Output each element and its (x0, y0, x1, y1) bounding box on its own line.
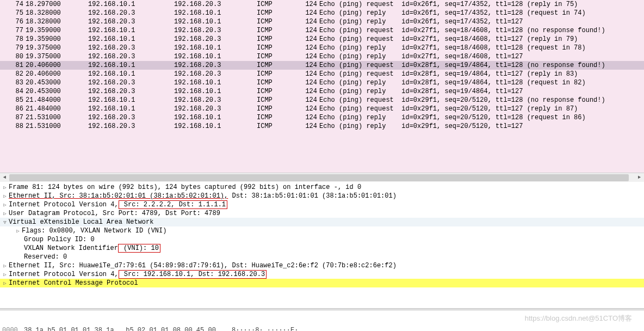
packet-row[interactable]: 7418.297000192.168.10.1192.168.20.3ICMP1… (0, 0, 644, 9)
packet-col-length: 124 (305, 18, 319, 26)
expand-icon[interactable]: ▷ (2, 211, 8, 217)
hex-bytes[interactable]: 38 1a b5 01 01 01 38 1a b5 02 01 01 08 0… (24, 327, 225, 331)
packet-list-pane[interactable]: 7418.297000192.168.10.1192.168.20.3ICMP1… (0, 0, 644, 173)
collapse-icon[interactable]: ▽ (2, 219, 8, 225)
packet-col-length: 124 (305, 1, 319, 8)
tree-label: Internet Control Message Protocol (9, 279, 138, 287)
packet-row[interactable]: 8621.484000192.168.10.1192.168.20.3ICMP1… (0, 105, 644, 113)
packet-col-info: Echo (ping) request id=0x27f1, seq=18/46… (319, 27, 643, 34)
packet-detail-pane[interactable]: ▷Frame 81: 124 bytes on wire (992 bits),… (0, 182, 644, 304)
tree-ip-outer[interactable]: ▷Internet Protocol Version 4, Src: 2.2.2… (0, 200, 644, 209)
scroll-track[interactable] (9, 173, 635, 182)
scroll-right-icon[interactable]: ► (635, 173, 644, 182)
packet-col-length: 124 (305, 88, 319, 95)
packet-col-time: 19.359000 (26, 35, 88, 43)
tree-label: Ethernet II, Src: HuaweiTe_d7:79:61 (54:… (9, 262, 397, 269)
tree-vxlan-vni[interactable]: VXLAN Network Identifier (VNI): 10 (0, 244, 644, 253)
tree-vxlan-gp[interactable]: Group Policy ID: 0 (0, 235, 644, 244)
expand-icon[interactable]: ▷ (2, 263, 8, 269)
packet-col-length: 124 (305, 122, 319, 130)
packet-col-info: Echo (ping) request id=0x28f1, seq=19/48… (319, 70, 643, 78)
packet-col-destination: 192.168.10.1 (174, 18, 257, 26)
packet-col-no: 87 (1, 114, 26, 121)
packet-col-length: 124 (305, 44, 319, 52)
packet-col-source: 192.168.20.3 (88, 9, 174, 17)
expand-icon[interactable]: ▷ (2, 193, 8, 199)
packet-col-protocol: ICMP (257, 27, 305, 34)
tree-label: Dst: 38:1a:b5:01:01:01 (38:1a:b5:01:01:0… (228, 192, 397, 200)
packet-col-protocol: ICMP (257, 44, 305, 52)
tree-ethernet-inner[interactable]: ▷Ethernet II, Src: HuaweiTe_d7:79:61 (54… (0, 261, 644, 270)
packet-col-destination: 192.168.20.3 (174, 1, 257, 8)
tree-vxlan[interactable]: ▽Virtual eXtensible Local Area Network (0, 218, 644, 226)
packet-col-length: 124 (305, 96, 319, 104)
expand-icon[interactable]: ▷ (15, 228, 21, 234)
scroll-left-icon[interactable]: ◄ (0, 173, 9, 182)
packet-col-length: 124 (305, 70, 319, 78)
tree-ip-inner[interactable]: ▷Internet Protocol Version 4, Src: 192.1… (0, 270, 644, 279)
expand-icon[interactable]: ▷ (2, 272, 8, 278)
tree-label: Src: 2.2.2.2, Dst: 1.1.1.1 (120, 201, 226, 209)
packet-col-source: 192.168.10.1 (88, 27, 174, 34)
packet-col-destination: 192.168.20.3 (174, 27, 257, 34)
packet-row[interactable]: 8220.406000192.168.10.1192.168.20.3ICMP1… (0, 70, 644, 78)
packet-col-protocol: ICMP (257, 79, 305, 87)
packet-col-length: 124 (305, 9, 319, 17)
packet-row[interactable]: 7719.359000192.168.10.1192.168.20.3ICMP1… (0, 26, 644, 35)
packet-col-protocol: ICMP (257, 70, 305, 78)
packet-col-time: 20.406000 (26, 70, 88, 78)
packet-col-length: 124 (305, 114, 319, 121)
packet-row[interactable]: 7919.375000192.168.20.3192.168.10.1ICMP1… (0, 44, 644, 52)
packet-col-info: Echo (ping) reply id=0x29f1, seq=20/5120… (319, 114, 643, 121)
tree-vxlan-reserved[interactable]: Reserved: 0 (0, 253, 644, 261)
packet-col-destination: 192.168.10.1 (174, 9, 257, 17)
packet-col-protocol: ICMP (257, 62, 305, 69)
packet-row[interactable]: 7819.359000192.168.10.1192.168.20.3ICMP1… (0, 35, 644, 44)
packet-col-time: 21.484000 (26, 105, 88, 113)
packet-col-destination: 192.168.10.1 (174, 44, 257, 52)
tree-label: Flags: 0x0800, VXLAN Network ID (VNI) (22, 227, 166, 235)
packet-row[interactable]: 8320.453000192.168.20.3192.168.10.1ICMP1… (0, 78, 644, 87)
scroll-thumb[interactable] (9, 174, 629, 181)
packet-col-info: Echo (ping) request id=0x27f1, seq=18/46… (319, 35, 643, 43)
packet-col-protocol: ICMP (257, 35, 305, 43)
tree-icmp[interactable]: ▷Internet Control Message Protocol (0, 279, 644, 287)
highlight-src-dst-outer: Src: 2.2.2.2, Dst: 1.1.1.1 (119, 200, 227, 209)
tree-frame[interactable]: ▷Frame 81: 124 bytes on wire (992 bits),… (0, 183, 644, 192)
packet-col-source: 192.168.10.1 (88, 62, 174, 69)
packet-col-info: Echo (ping) request id=0x26f1, seq=17/43… (319, 1, 643, 8)
packet-col-time: 18.328000 (26, 18, 88, 26)
packet-col-no: 83 (1, 79, 26, 87)
packet-col-source: 192.168.20.3 (88, 122, 174, 130)
tree-label: Ethernet II, Src: 38:1a:b5:02:01:01 (38:… (9, 192, 228, 200)
packet-col-no: 74 (1, 1, 26, 8)
packet-col-protocol: ICMP (257, 122, 305, 130)
packet-col-protocol: ICMP (257, 105, 305, 113)
tree-vxlan-flags[interactable]: ▷Flags: 0x0800, VXLAN Network ID (VNI) (0, 226, 644, 235)
expand-icon[interactable]: ▷ (2, 185, 8, 191)
packet-col-no: 81 (1, 62, 26, 69)
packet-col-no: 88 (1, 122, 26, 130)
packet-row[interactable]: 8521.484000192.168.10.1192.168.20.3ICMP1… (0, 96, 644, 105)
packet-row[interactable]: 8821.531000192.168.20.3192.168.10.1ICMP1… (0, 122, 644, 131)
packet-col-source: 192.168.10.1 (88, 1, 174, 8)
tree-ethernet-outer[interactable]: ▷Ethernet II, Src: 38:1a:b5:02:01:01 (38… (0, 192, 644, 200)
packet-col-length: 124 (305, 53, 319, 60)
packet-row[interactable]: 8120.406000192.168.10.1192.168.20.3ICMP1… (0, 61, 644, 70)
packet-col-protocol: ICMP (257, 53, 305, 60)
expand-icon[interactable]: ▷ (2, 202, 8, 208)
packet-row[interactable]: 7618.328000192.168.20.3192.168.10.1ICMP1… (0, 17, 644, 26)
packet-row[interactable]: 8721.531000192.168.20.3192.168.10.1ICMP1… (0, 113, 644, 122)
packet-col-info: Echo (ping) request id=0x28f1, seq=19/48… (319, 62, 643, 69)
packet-list-h-scrollbar[interactable]: ◄ ► (0, 173, 644, 182)
packet-row[interactable]: 8420.453000192.168.20.3192.168.10.1ICMP1… (0, 87, 644, 96)
packet-col-protocol: ICMP (257, 18, 305, 26)
packet-col-length: 124 (305, 27, 319, 34)
hex-row[interactable]: 0000 38 1a b5 01 01 01 38 1a b5 02 01 01… (2, 327, 642, 331)
packet-col-source: 192.168.10.1 (88, 105, 174, 113)
packet-row[interactable]: 8019.375000192.168.20.3192.168.10.1ICMP1… (0, 52, 644, 61)
tree-label: User Datagram Protocol, Src Port: 4789, … (9, 210, 220, 217)
packet-row[interactable]: 7518.328000192.168.20.3192.168.10.1ICMP1… (0, 9, 644, 17)
expand-icon[interactable]: ▷ (2, 280, 8, 286)
tree-udp[interactable]: ▷User Datagram Protocol, Src Port: 4789,… (0, 209, 644, 218)
